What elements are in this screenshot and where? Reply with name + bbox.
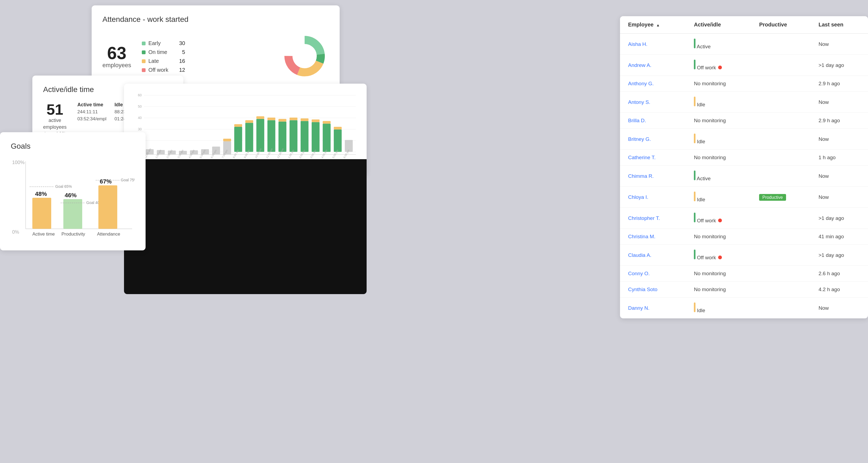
last-seen-cell: 1 h ago	[812, 150, 868, 166]
attendance-donut	[280, 32, 329, 82]
svg-rect-46	[334, 127, 342, 129]
svg-rect-26	[223, 139, 231, 141]
svg-text:0%: 0%	[12, 229, 19, 235]
attendance-legend: Early 30 On time 5 Late 16 Off work 12	[142, 40, 185, 73]
status-cell: No monitoring	[687, 229, 753, 245]
svg-rect-44	[323, 121, 331, 124]
last-seen-cell: 41 min ago	[812, 229, 868, 245]
table-row: Aisha H. ActiveNow	[620, 33, 868, 55]
employee-link[interactable]: Christopher T.	[628, 215, 660, 221]
last-seen-cell: Now	[812, 166, 868, 187]
svg-rect-28	[234, 124, 242, 127]
status-text: No monitoring	[694, 118, 726, 123]
col-last-seen: Last seen	[812, 16, 868, 33]
employee-link[interactable]: Antony S.	[628, 99, 650, 105]
last-seen-cell: 2.9 h ago	[812, 76, 868, 92]
status-cell: No monitoring	[687, 150, 753, 166]
red-dot	[718, 65, 722, 69]
productive-cell	[753, 245, 812, 266]
last-seen-cell: Now	[812, 33, 868, 55]
table-row: Chimma R. ActiveNow	[620, 166, 868, 187]
status-cell: Off work	[687, 55, 753, 76]
table-row: Christina M.No monitoring41 min ago	[620, 229, 868, 245]
active-time-header: Active time	[78, 102, 106, 108]
employee-link[interactable]: Catherine T.	[628, 154, 656, 160]
legend-value: 16	[171, 58, 185, 64]
employee-link[interactable]: Britney G.	[628, 136, 651, 142]
employee-link[interactable]: Danny N.	[628, 305, 649, 311]
svg-rect-39	[301, 121, 308, 152]
productive-cell	[753, 33, 812, 55]
status-text: Active	[696, 176, 711, 181]
svg-text:8:00 am: 8:00 am	[232, 149, 239, 158]
employee-link[interactable]: Cynthia Soto	[628, 287, 657, 292]
status-text: Off work	[697, 255, 716, 260]
last-seen-cell: Now	[812, 298, 868, 319]
employee-link[interactable]: Chloya I.	[628, 194, 648, 200]
employee-table-card: Employee ▲ Active/idle Productive Last s…	[620, 16, 868, 318]
svg-rect-27	[234, 127, 242, 152]
svg-text:Attendance: Attendance	[97, 231, 120, 237]
svg-text:5:00 pm: 5:00 pm	[332, 149, 339, 158]
svg-text:Goal 75%: Goal 75%	[121, 178, 135, 182]
employee-link[interactable]: Aisha H.	[628, 41, 648, 47]
employee-link[interactable]: Andrew A.	[628, 62, 652, 68]
status-text: Idle	[697, 102, 706, 107]
svg-rect-76	[63, 199, 82, 229]
productive-cell	[753, 298, 812, 319]
goals-chart-svg: 100% 0% Goal 65% 48% Active time Goal 40…	[11, 158, 135, 240]
employee-table: Employee ▲ Active/idle Productive Last s…	[620, 16, 868, 318]
svg-rect-34	[268, 118, 275, 120]
svg-text:50: 50	[138, 105, 142, 109]
svg-rect-32	[256, 116, 264, 119]
col-productive: Productive	[753, 16, 812, 33]
employee-link[interactable]: Chimma R.	[628, 173, 654, 179]
svg-rect-30	[245, 120, 253, 123]
employee-link[interactable]: Anthony G.	[628, 81, 654, 86]
svg-rect-36	[278, 119, 286, 122]
status-cell: Idle	[687, 298, 753, 319]
employee-link[interactable]: Claudia A.	[628, 252, 652, 258]
legend-item: Late 16	[142, 58, 185, 64]
col-active-idle: Active/idle	[687, 16, 753, 33]
last-seen-cell: >1 day ago	[812, 208, 868, 229]
status-cell: Idle	[687, 187, 753, 208]
svg-rect-37	[289, 120, 297, 152]
employee-link[interactable]: Brilla D.	[628, 118, 646, 123]
productive-cell	[753, 150, 812, 166]
employee-link[interactable]: Conny O.	[628, 271, 650, 276]
legend-label: Late	[148, 58, 159, 64]
svg-text:9:00 am: 9:00 am	[243, 149, 250, 158]
status-cell: Idle	[687, 129, 753, 150]
productive-cell	[753, 266, 812, 282]
last-seen-cell: Now	[812, 129, 868, 150]
productive-cell	[753, 208, 812, 229]
productive-cell	[753, 76, 812, 92]
attendance-title: Attendance - work started	[102, 15, 329, 24]
svg-rect-71	[32, 198, 51, 229]
col-employee[interactable]: Employee ▲	[620, 16, 687, 33]
goals-card: Goals 100% 0% Goal 65% 48% Active time G…	[0, 132, 146, 251]
productive-cell: Productive	[753, 187, 812, 208]
status-cell: No monitoring	[687, 282, 753, 298]
legend-value: 30	[171, 40, 185, 47]
legend-item: On time 5	[142, 49, 185, 55]
status-text: No monitoring	[694, 287, 726, 292]
table-row: Conny O.No monitoring2.6 h ago	[620, 266, 868, 282]
svg-text:67%: 67%	[100, 178, 112, 185]
status-cell: Off work	[687, 245, 753, 266]
table-row: Brilla D.No monitoring2.9 h ago	[620, 113, 868, 129]
legend-value: 5	[174, 49, 185, 55]
productive-badge: Productive	[759, 194, 786, 201]
active-count: 51	[43, 102, 67, 117]
productive-cell	[753, 229, 812, 245]
productive-cell	[753, 166, 812, 187]
table-row: Antony S. IdleNow	[620, 92, 868, 113]
svg-rect-35	[278, 121, 286, 152]
employee-link[interactable]: Christina M.	[628, 234, 655, 239]
status-cell: No monitoring	[687, 113, 753, 129]
status-text: No monitoring	[694, 81, 726, 86]
sort-icon: ▲	[656, 23, 660, 27]
legend-label: Off work	[148, 67, 168, 73]
status-text: No monitoring	[694, 154, 726, 160]
